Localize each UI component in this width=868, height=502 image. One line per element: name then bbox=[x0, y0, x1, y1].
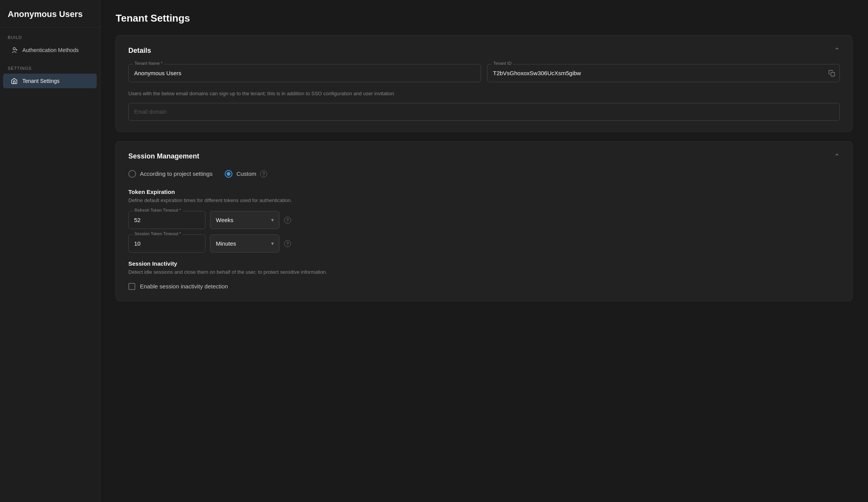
details-collapse-icon[interactable]: ⌃ bbox=[834, 46, 840, 55]
token-expiration-section: Token Expiration Define default expirati… bbox=[128, 189, 840, 253]
session-token-help-icon[interactable]: ? bbox=[284, 240, 291, 247]
radio-custom-label: Custom bbox=[236, 170, 256, 177]
session-radio-row: According to project settings Custom ? bbox=[128, 170, 840, 178]
details-card-header: Details ⌃ bbox=[128, 46, 840, 55]
refresh-token-label: Refresh Token Timeout * bbox=[133, 208, 182, 212]
token-expiration-desc: Define default expiration times for diff… bbox=[128, 197, 840, 204]
session-collapse-icon[interactable]: ⌃ bbox=[834, 152, 840, 161]
radio-project-label: According to project settings bbox=[140, 170, 212, 177]
tenant-id-label: Tenant ID bbox=[492, 61, 513, 66]
refresh-token-unit-select[interactable]: Minutes Hours Days Weeks bbox=[210, 211, 279, 229]
session-token-input-group: Session Token Timeout * bbox=[128, 234, 205, 253]
radio-custom-circle bbox=[225, 170, 232, 178]
tenant-fields-row: Tenant Name * Tenant ID bbox=[128, 64, 840, 82]
settings-section-label: Settings bbox=[0, 58, 100, 73]
app-title: Anonymous Users bbox=[0, 0, 100, 27]
email-domain-input[interactable] bbox=[128, 103, 840, 121]
svg-rect-3 bbox=[831, 72, 835, 76]
custom-help-icon[interactable]: ? bbox=[260, 170, 267, 177]
radio-project-settings[interactable]: According to project settings bbox=[128, 170, 212, 178]
svg-point-0 bbox=[13, 47, 15, 50]
details-card-title: Details bbox=[128, 47, 151, 55]
refresh-token-row: Refresh Token Timeout * Minutes Hours Da… bbox=[128, 211, 840, 229]
refresh-token-input[interactable] bbox=[128, 211, 205, 229]
radio-project-circle bbox=[128, 170, 136, 178]
person-icon bbox=[11, 47, 18, 54]
session-management-card: Session Management ⌃ According to projec… bbox=[116, 141, 853, 301]
session-token-row: Session Token Timeout * Minutes Hours Da… bbox=[128, 234, 840, 253]
home-icon bbox=[11, 77, 18, 84]
main-content: Tenant Settings Details ⌃ Tenant Name * … bbox=[100, 0, 868, 502]
radio-custom[interactable]: Custom ? bbox=[225, 170, 267, 178]
session-inactivity-title: Session Inactivity bbox=[128, 260, 840, 267]
sidebar-item-tenant-settings[interactable]: Tenant Settings bbox=[3, 74, 97, 88]
tenant-id-group: Tenant ID bbox=[487, 64, 840, 82]
inactivity-checkbox[interactable] bbox=[128, 283, 135, 290]
session-inactivity-section: Session Inactivity Detect idle sessions … bbox=[128, 260, 840, 290]
tenant-name-input[interactable] bbox=[128, 64, 481, 82]
copy-tenant-id-button[interactable] bbox=[828, 70, 835, 77]
tenant-name-group: Tenant Name * bbox=[128, 64, 481, 82]
session-token-unit-select[interactable]: Minutes Hours Days Weeks bbox=[210, 234, 279, 253]
session-inactivity-desc: Detect idle sessions and close them on b… bbox=[128, 268, 840, 276]
page-title: Tenant Settings bbox=[116, 12, 853, 24]
session-token-unit-group: Minutes Hours Days Weeks ▼ bbox=[210, 234, 279, 253]
refresh-token-help-icon[interactable]: ? bbox=[284, 217, 291, 224]
session-card-header: Session Management ⌃ bbox=[128, 152, 840, 161]
sidebar: Anonymous Users Build Authentication Met… bbox=[0, 0, 100, 502]
inactivity-checkbox-row: Enable session inactivity detection bbox=[128, 283, 840, 290]
build-section-label: Build bbox=[0, 27, 100, 42]
tenant-id-input[interactable] bbox=[487, 64, 840, 82]
email-domain-helper: Users with the below email domains can s… bbox=[128, 90, 840, 98]
tenant-name-label: Tenant Name * bbox=[133, 61, 164, 66]
session-token-label: Session Token Timeout * bbox=[133, 231, 183, 236]
session-card-title: Session Management bbox=[128, 152, 199, 160]
inactivity-checkbox-label: Enable session inactivity detection bbox=[140, 283, 228, 290]
session-token-input[interactable] bbox=[128, 234, 205, 253]
details-card: Details ⌃ Tenant Name * Tenant ID Users … bbox=[116, 35, 853, 132]
token-expiration-title: Token Expiration bbox=[128, 189, 840, 195]
sidebar-item-authentication-methods[interactable]: Authentication Methods bbox=[3, 43, 97, 57]
sidebar-item-label: Tenant Settings bbox=[22, 78, 60, 84]
refresh-token-input-group: Refresh Token Timeout * bbox=[128, 211, 205, 229]
sidebar-item-label: Authentication Methods bbox=[22, 47, 79, 53]
refresh-token-unit-group: Minutes Hours Days Weeks ▼ bbox=[210, 211, 279, 229]
